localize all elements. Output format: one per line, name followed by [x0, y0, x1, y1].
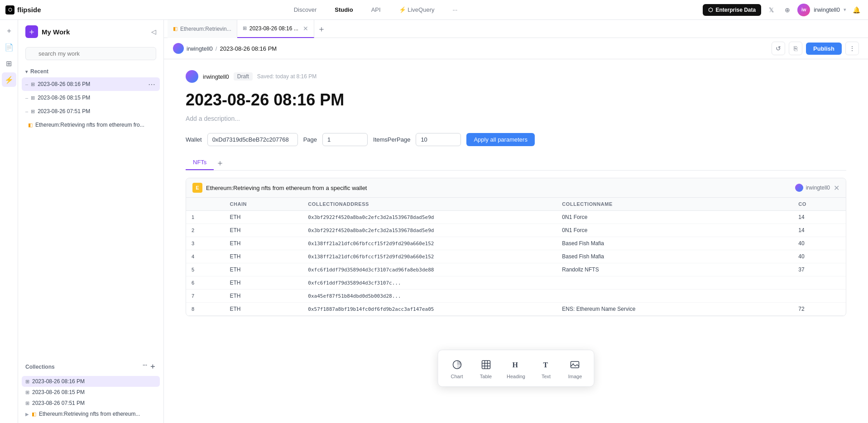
query-tab-add[interactable]: ＋ — [214, 157, 226, 169]
cell-address: 0x138ff21a21dfc06fbfccf15f2d9fd290a660e1… — [302, 250, 556, 263]
file-item-3[interactable]: ◧ Ethereum:Retrieving nfts from ethereum… — [22, 118, 160, 132]
collapse-panel-btn[interactable]: ◁ — [151, 28, 156, 35]
coll-grid-icon-1: ⊞ — [25, 390, 29, 395]
row-num: 3 — [186, 237, 225, 250]
params-row: Wallet Page ItemsPerPage Apply all param… — [186, 133, 846, 146]
file-item-0[interactable]: – ⊞ 2023-08-26 08:16 PM ⋯ — [22, 77, 160, 91]
table-row: 7 ETH 0xa45ef87f51b84dbd0d5b003d28... — [186, 290, 846, 303]
text-label: Text — [542, 374, 551, 379]
sidebar-files-btn[interactable]: 📄 — [2, 40, 16, 54]
coll-name-3: Ethereum:Retrieving nfts from ethereum..… — [39, 411, 156, 417]
recent-section-header[interactable]: ▾ Recent — [22, 66, 160, 77]
nav-api[interactable]: API — [368, 5, 384, 15]
twitter-icon[interactable]: 𝕏 — [765, 4, 777, 16]
cell-chain: ETH — [225, 211, 303, 224]
collections-more-btn[interactable]: ··· — [143, 362, 147, 371]
recent-label: Recent — [30, 68, 48, 75]
file-name-3: Ethereum:Retrieving nfts from ethereum f… — [35, 122, 144, 128]
collection-item-0[interactable]: ⊞ 2023-08-26 08:16 PM — [22, 376, 160, 387]
apply-params-button[interactable]: Apply all parameters — [466, 133, 535, 146]
table-icon — [479, 357, 493, 372]
wallet-label: Wallet — [186, 136, 202, 143]
doc-title[interactable]: 2023-08-26 08:16 PM — [186, 90, 846, 109]
cell-name — [556, 276, 793, 290]
cell-address: 0x138ff21a21dfc06fbfccf15f2d9fd290a660e1… — [302, 237, 556, 250]
query-block-close[interactable]: ✕ — [834, 184, 839, 192]
sidebar-new-btn[interactable]: ＋ — [2, 24, 16, 38]
search-input[interactable] — [25, 47, 156, 60]
breadcrumb-current: 2023-08-26 08:16 PM — [220, 45, 277, 52]
user-label[interactable]: irwingtell0 — [814, 6, 840, 13]
collections-label: Collections — [25, 364, 55, 370]
enterprise-button[interactable]: ⬡ Enterprise Data — [703, 4, 761, 16]
cell-chain: ETH — [225, 263, 303, 276]
query-author-avatar — [795, 184, 803, 192]
collection-item-2[interactable]: ⊞ 2023-08-26 07:51 PM — [22, 398, 160, 409]
cell-name — [556, 290, 793, 303]
app-logo[interactable]: ⬡ flipside — [5, 5, 41, 14]
collection-item-1[interactable]: ⊞ 2023-08-26 08:15 PM — [22, 387, 160, 398]
row-num: 1 — [186, 211, 225, 224]
cell-name: Based Fish Mafia — [556, 250, 793, 263]
nav-livequery[interactable]: ⚡ LiveQuery — [395, 5, 438, 15]
top-nav: ⬡ flipside Discover Studio API ⚡ LiveQue… — [0, 0, 868, 20]
collections-add-btn[interactable]: ＋ — [149, 362, 156, 371]
cell-co: 72 — [793, 303, 846, 316]
editor-area: irwingtell0 Draft Saved: today at 8:16 P… — [164, 59, 868, 423]
heading-icon: H — [508, 357, 523, 372]
tabs-bar: ◧ Ethereum:Retrievin... ⊞ 2023-08-26 08:… — [164, 20, 868, 38]
cell-co: 14 — [793, 224, 846, 237]
sidebar-bolt-btn[interactable]: ⚡ — [2, 72, 16, 87]
file-item-1[interactable]: – ⊞ 2023-08-26 08:15 PM ⋯ — [22, 91, 160, 105]
discord-icon[interactable]: ⊕ — [781, 4, 794, 16]
tab-1-icon: ⊞ — [243, 25, 247, 31]
nav-studio[interactable]: Studio — [331, 5, 356, 15]
doc-description[interactable]: Add a description... — [186, 115, 846, 122]
sidebar-grid-btn[interactable]: ⊞ — [2, 56, 16, 71]
tab-1[interactable]: ⊞ 2023-08-26 08:16 ... ✕ — [237, 20, 314, 38]
toolbar-chart[interactable]: Chart — [443, 354, 470, 383]
toolbar-table[interactable]: Table — [472, 354, 499, 383]
toolbar-heading[interactable]: H Heading — [501, 354, 531, 383]
collection-expand-3[interactable]: ▶ — [25, 412, 29, 417]
tab-1-close[interactable]: ✕ — [303, 25, 308, 32]
nav-more[interactable]: ··· — [449, 5, 461, 15]
notification-bell[interactable]: 🔔 — [850, 4, 863, 16]
items-per-page-input[interactable] — [416, 133, 461, 146]
file-grid-icon-2: ⊞ — [31, 109, 35, 114]
cell-name: 0N1 Force — [556, 211, 793, 224]
cell-name: ENS: Ethereum Name Service — [556, 303, 793, 316]
more-options-button[interactable]: ⋮ — [845, 42, 859, 55]
row-num: 6 — [186, 276, 225, 290]
table-row: 4 ETH 0x138ff21a21dfc06fbfccf15f2d9fd290… — [186, 250, 846, 263]
user-avatar[interactable]: iw — [797, 4, 810, 16]
tab-0[interactable]: ◧ Ethereum:Retrievin... — [168, 20, 237, 38]
table-row: 3 ETH 0x138ff21a21dfc06fbfccf15f2d9fd290… — [186, 237, 846, 250]
user-dropdown-icon[interactable]: ▾ — [844, 7, 846, 13]
collection-item-3[interactable]: ▶ ◧ Ethereum:Retrieving nfts from ethere… — [22, 409, 160, 419]
copy-button[interactable]: ⎘ — [789, 42, 802, 55]
cell-chain: ETH — [225, 276, 303, 290]
row-num: 7 — [186, 290, 225, 303]
wallet-input[interactable] — [207, 133, 298, 146]
toolbar-text[interactable]: T Text — [532, 354, 560, 383]
publish-button[interactable]: Publish — [806, 43, 842, 55]
table-label: Table — [480, 374, 492, 379]
page-input[interactable] — [322, 133, 368, 146]
table-row: 1 ETH 0x3bf2922f4520a8ba0c2efc3d2a153967… — [186, 211, 846, 224]
row-num: 2 — [186, 224, 225, 237]
cell-co — [793, 276, 846, 290]
panel-title: My Work — [42, 28, 148, 36]
new-item-button[interactable]: ＋ — [25, 25, 38, 38]
query-tab-nfts[interactable]: NFTs — [186, 155, 214, 170]
image-icon — [568, 357, 582, 372]
tab-add-button[interactable]: ＋ — [314, 20, 329, 38]
tab-1-label: 2023-08-26 08:16 ... — [249, 25, 298, 32]
refresh-button[interactable]: ↺ — [772, 42, 785, 55]
nav-discover[interactable]: Discover — [290, 5, 321, 15]
file-item-2[interactable]: – ⊞ 2023-08-26 07:51 PM ⋯ — [22, 105, 160, 118]
toolbar-image[interactable]: Image — [561, 354, 589, 383]
col-chain: CHAIN — [225, 198, 303, 211]
row-num: 8 — [186, 303, 225, 316]
file-menu-0[interactable]: ⋯ — [147, 80, 156, 89]
